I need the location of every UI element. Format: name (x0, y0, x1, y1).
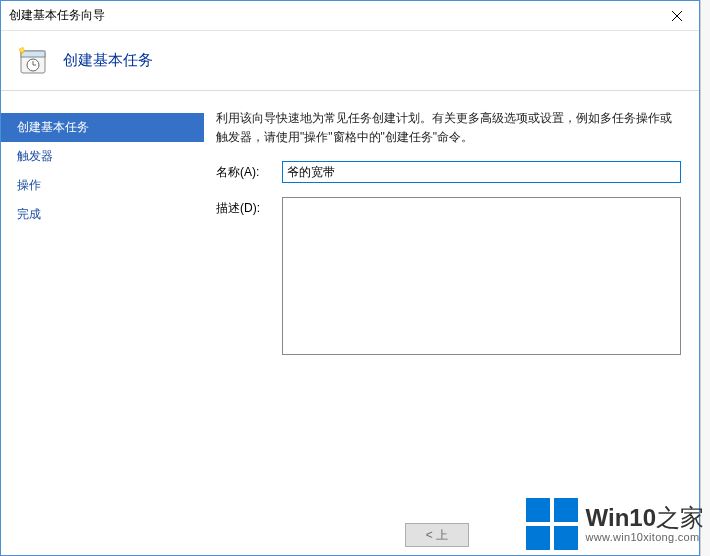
back-button: < 上 (405, 523, 469, 547)
description-row: 描述(D): (216, 197, 681, 355)
name-input[interactable] (282, 161, 681, 183)
step-action[interactable]: 操作 (1, 171, 204, 200)
description-label: 描述(D): (216, 197, 274, 217)
step-trigger[interactable]: 触发器 (1, 142, 204, 171)
wizard-window: 创建基本任务向导 创建基本任务 创建基本任务 触发器 操作 完成 利用该向导快速… (0, 0, 700, 556)
name-row: 名称(A): (216, 161, 681, 183)
svg-rect-1 (21, 51, 45, 57)
wizard-main: 利用该向导快速地为常见任务创建计划。有关更多高级选项或设置，例如多任务操作或触发… (204, 91, 699, 555)
background-edge (700, 0, 710, 556)
step-create-basic-task[interactable]: 创建基本任务 (1, 113, 204, 142)
wizard-header: 创建基本任务 (1, 31, 699, 91)
close-button[interactable] (654, 1, 699, 30)
titlebar: 创建基本任务向导 (1, 1, 699, 31)
wizard-icon (17, 45, 49, 77)
svg-point-5 (20, 48, 24, 52)
close-icon (672, 11, 682, 21)
wizard-steps: 创建基本任务 触发器 操作 完成 (1, 91, 204, 555)
name-label: 名称(A): (216, 161, 274, 181)
wizard-heading: 创建基本任务 (63, 51, 153, 70)
step-finish[interactable]: 完成 (1, 200, 204, 229)
wizard-body: 创建基本任务 触发器 操作 完成 利用该向导快速地为常见任务创建计划。有关更多高… (1, 91, 699, 555)
description-input[interactable] (282, 197, 681, 355)
window-title: 创建基本任务向导 (9, 7, 105, 24)
instructions-text: 利用该向导快速地为常见任务创建计划。有关更多高级选项或设置，例如多任务操作或触发… (216, 109, 681, 147)
wizard-footer: < 上 (405, 523, 469, 547)
